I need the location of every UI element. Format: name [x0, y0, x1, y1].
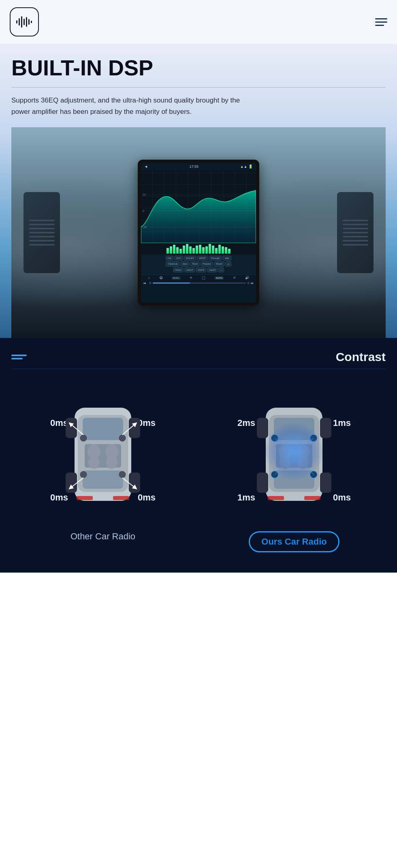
slider-row: ⏮ 0 0 ⏭ [141, 281, 256, 285]
svg-rect-47 [257, 472, 268, 493]
ctrl-user2[interactable]: User2 [184, 267, 195, 272]
ctrl-rock[interactable]: Rock [190, 261, 200, 267]
svg-rect-50 [304, 496, 320, 500]
prev-icon: ⏮ [143, 282, 146, 284]
hero-divider [11, 87, 386, 88]
back-arrow: ◄ [144, 165, 148, 169]
contrast-header: Contrast [11, 350, 386, 364]
ctrl-dolby[interactable]: DOLBY [184, 256, 196, 261]
svg-point-24 [80, 471, 87, 478]
svg-rect-30 [77, 496, 93, 500]
ctrl-user5[interactable]: User5 [207, 267, 218, 272]
ours-timing-bot-right: 0ms [333, 492, 351, 503]
logo-icon [15, 13, 33, 31]
eq-curve: 20 0 -20 [141, 170, 256, 243]
ctrl-user1[interactable]: User1 [173, 267, 184, 272]
other-car-svg [62, 396, 143, 513]
ctrl-classical[interactable]: Classical [166, 261, 179, 267]
ours-car-illustration: 2ms 1ms 1ms 0ms [245, 385, 343, 523]
hero-description: Supports 36EQ adjustment, and the ultra-… [11, 95, 246, 118]
svg-rect-49 [268, 496, 284, 500]
svg-rect-29 [129, 472, 140, 493]
ctrl-user3[interactable]: User3 [196, 267, 206, 272]
screen-bezel: ◄ 17:55 ▲▲ 🔋 [138, 160, 259, 306]
circle-icon: ◯ [202, 276, 205, 280]
ours-car-button[interactable]: Ours Car Radio [249, 531, 339, 552]
contrast-title: Contrast [336, 350, 386, 364]
home-icon: ⌂ [148, 276, 150, 280]
ctrl-popular[interactable]: Popular [201, 261, 213, 267]
contrast-icon [11, 355, 27, 359]
eq-bars [141, 243, 256, 254]
snowflake-icon: ✳ [190, 276, 192, 280]
zero-left: 0 [149, 282, 151, 284]
other-car-col: 0ms 0ms 0ms 0ms [11, 385, 194, 542]
svg-rect-3 [23, 19, 25, 25]
ctrl-jazz[interactable]: Jazz [180, 261, 189, 267]
hero-section: BUILT-IN DSP Supports 36EQ adjustment, a… [0, 44, 397, 338]
ctrl-circle[interactable]: ⊙ [225, 261, 231, 267]
other-car-illustration: 0ms 0ms 0ms 0ms [54, 385, 152, 523]
svg-rect-16 [83, 470, 123, 489]
volume-icon: 🔊 [245, 276, 249, 280]
header [0, 0, 397, 44]
svg-rect-5 [28, 19, 30, 25]
svg-point-20 [88, 456, 100, 469]
contrast-section: Contrast 0ms 0ms 0ms 0ms [0, 338, 397, 573]
ctrl-reset[interactable]: Reset [214, 261, 224, 267]
vent-left [23, 192, 60, 273]
svg-rect-28 [66, 472, 77, 493]
svg-rect-15 [83, 418, 123, 440]
next-icon: ⏭ [251, 282, 254, 284]
auto-badge: AUTO [215, 276, 224, 280]
eq-controls: HIs VVV DOLBY SRS® Through ◄► Classical … [141, 254, 256, 274]
svg-rect-2 [21, 16, 22, 28]
logo [10, 7, 39, 36]
screen-time: 17:55 [190, 165, 199, 169]
svg-rect-45 [257, 418, 268, 438]
ctrl-vvv[interactable]: VVV [174, 256, 183, 261]
svg-text:-20: -20 [143, 226, 147, 229]
power-icon: ⏻ [159, 276, 162, 280]
car-image: ◄ 17:55 ▲▲ 🔋 [11, 127, 386, 338]
screen-bottombar: ⌂ ⏻ DUAL ✳ ◯ AUTO ↺ 🔊 [141, 274, 256, 281]
ours-car-col: 2ms 1ms 1ms 0ms [203, 385, 386, 552]
ours-car-svg [254, 396, 335, 513]
zero-right: 0 [248, 282, 249, 284]
dashboard: ◄ 17:55 ▲▲ 🔋 [11, 127, 386, 338]
contrast-divider [11, 369, 386, 369]
cars-comparison: 0ms 0ms 0ms 0ms [11, 385, 386, 552]
dual-badge: DUAL [172, 276, 181, 280]
ctrl-arrows[interactable]: ◄► [222, 256, 231, 261]
svg-point-22 [80, 435, 87, 441]
other-car-label: Other Car Radio [70, 531, 135, 542]
ctrl-through[interactable]: Through [209, 256, 222, 261]
svg-rect-35 [274, 470, 314, 489]
eq-display: 20 0 -20 [141, 170, 256, 243]
svg-text:0: 0 [143, 210, 144, 212]
svg-point-23 [119, 435, 126, 441]
ctrl-plus[interactable]: + [218, 267, 224, 272]
svg-rect-0 [16, 20, 17, 24]
svg-rect-1 [19, 18, 20, 26]
hero-title: BUILT-IN DSP [11, 56, 386, 80]
ctrl-srs[interactable]: SRS® [197, 256, 208, 261]
screen-display: ◄ 17:55 ▲▲ 🔋 [141, 163, 256, 302]
svg-rect-31 [113, 496, 129, 500]
svg-rect-48 [320, 472, 331, 493]
ours-timing-top-left: 2ms [237, 418, 255, 428]
vent-right [337, 192, 374, 273]
ctrl-his[interactable]: HIs [166, 256, 173, 261]
ours-timing-bot-left: 1ms [237, 492, 255, 503]
screen-topbar: ◄ 17:55 ▲▲ 🔋 [141, 163, 256, 170]
svg-rect-34 [274, 418, 314, 440]
svg-point-39 [280, 456, 291, 469]
svg-point-25 [119, 471, 126, 478]
loop-icon: ↺ [233, 276, 236, 280]
svg-rect-4 [26, 17, 27, 27]
svg-rect-46 [320, 418, 331, 438]
svg-text:20: 20 [143, 193, 146, 196]
menu-button[interactable] [375, 18, 387, 26]
ours-timing-top-right: 1ms [333, 418, 351, 428]
svg-rect-6 [31, 21, 32, 23]
